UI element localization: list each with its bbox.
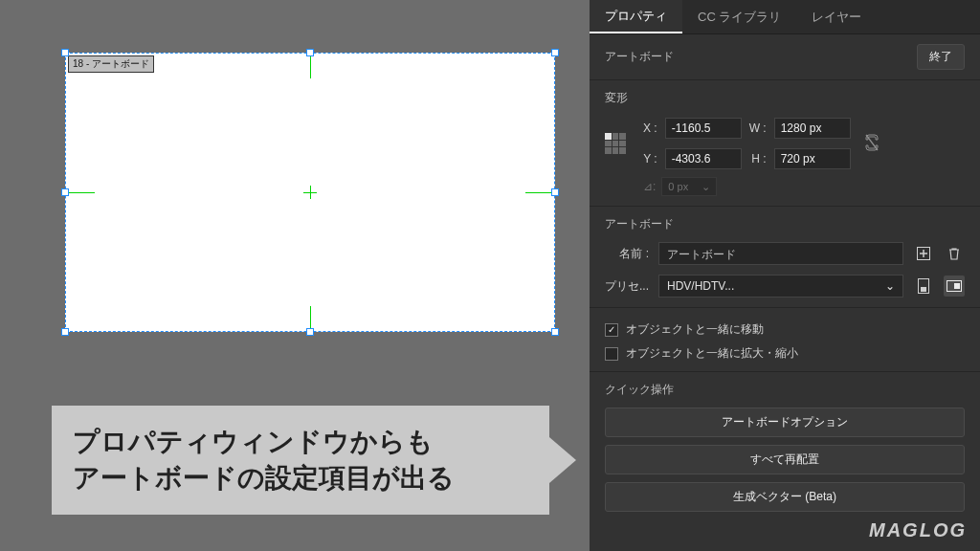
scale-with-objects-checkbox[interactable] (605, 347, 618, 361)
artboard-name-label: 名前 : (605, 246, 649, 262)
tab-cc-library[interactable]: CC ライブラリ (682, 0, 796, 33)
artboard-selection[interactable]: 18 - アートボード (65, 53, 555, 332)
w-input[interactable]: 1280 px (774, 118, 851, 139)
resize-handle-tc[interactable] (306, 49, 314, 56)
angle-label: ⊿: (643, 180, 656, 193)
annotation-text: プロパティウィンドウからも アートボードの設定項目が出る (73, 424, 455, 496)
annotation-callout: プロパティウィンドウからも アートボードの設定項目が出る (52, 406, 549, 515)
preset-select[interactable]: HDV/HDTV... ⌄ (658, 275, 903, 298)
annotation-line2: アートボードの設定項目が出る (73, 463, 455, 493)
move-with-objects-label: オブジェクトと一緒に移動 (626, 321, 764, 338)
orientation-landscape-icon[interactable] (944, 276, 965, 297)
artboard[interactable]: 18 - アートボード (65, 53, 555, 332)
transform-section: 変形 X : -1160.5 W : 1280 px Y : -4303.6 H… (590, 80, 980, 207)
watermark: MAGLOG (869, 519, 967, 541)
angle-input: 0 px⌄ (661, 177, 717, 196)
panel-tabs: プロパティ CC ライブラリ レイヤー (590, 0, 980, 34)
x-input[interactable]: -1160.5 (665, 118, 742, 139)
preset-value: HDV/HDTV... (667, 279, 734, 293)
resize-handle-bc[interactable] (306, 328, 314, 336)
resize-handle-tl[interactable] (61, 49, 69, 56)
artboard-label: 18 - アートボード (68, 55, 154, 73)
tab-layers[interactable]: レイヤー (796, 0, 877, 33)
canvas[interactable]: 18 - アートボード プロパティウィンドウからも アートボードの設定項目が出る (0, 0, 590, 551)
resize-handle-tr[interactable] (551, 49, 559, 56)
w-label: W : (749, 121, 767, 135)
artboard-section: アートボード 名前 : アートボード プリセ... HDV/HDTV... ⌄ (590, 207, 980, 308)
delete-artboard-icon[interactable] (944, 243, 965, 264)
link-wh-icon[interactable] (864, 133, 880, 155)
exit-button[interactable]: 終了 (917, 44, 965, 70)
orientation-portrait-icon[interactable] (913, 276, 934, 297)
svg-rect-5 (921, 287, 926, 292)
tab-properties[interactable]: プロパティ (590, 0, 682, 33)
artboard-name-input[interactable]: アートボード (658, 242, 903, 265)
reference-point-picker[interactable] (605, 133, 626, 154)
x-label: X : (643, 121, 657, 135)
artboard-options-button[interactable]: アートボードオプション (605, 408, 965, 437)
guide-right-center (525, 192, 554, 193)
resize-handle-lc[interactable] (61, 188, 69, 196)
annotation-line1: プロパティウィンドウからも (73, 427, 434, 456)
quick-actions-title: クイック操作 (605, 382, 965, 398)
h-label: H : (749, 152, 767, 165)
selection-type-label: アートボード (605, 49, 674, 65)
center-cross-icon (303, 186, 317, 199)
resize-handle-bl[interactable] (61, 328, 69, 336)
y-input[interactable]: -4303.6 (665, 148, 742, 169)
move-with-objects-checkbox[interactable] (605, 323, 618, 337)
artboard-options-section: オブジェクトと一緒に移動 オブジェクトと一緒に拡大・縮小 (590, 308, 980, 372)
preset-label: プリセ... (605, 278, 649, 295)
y-label: Y : (643, 152, 657, 165)
selection-header: アートボード 終了 (590, 34, 980, 80)
h-input[interactable]: 720 px (774, 148, 851, 169)
artboard-section-title: アートボード (605, 216, 965, 232)
resize-handle-br[interactable] (551, 328, 559, 336)
generate-vector-button[interactable]: 生成ベクター (Beta) (605, 482, 965, 512)
add-artboard-icon[interactable] (913, 243, 934, 264)
properties-panel: プロパティ CC ライブラリ レイヤー アートボード 終了 変形 X : -11… (590, 0, 980, 551)
chevron-down-icon: ⌄ (885, 279, 895, 293)
transform-title: 変形 (605, 90, 965, 106)
rearrange-all-button[interactable]: すべて再配置 (605, 445, 965, 474)
scale-with-objects-label: オブジェクトと一緒に拡大・縮小 (626, 345, 798, 362)
svg-rect-7 (954, 283, 960, 289)
guide-top-center (310, 54, 311, 78)
resize-handle-rc[interactable] (551, 188, 559, 196)
guide-left-center (66, 192, 95, 193)
quick-actions-section: クイック操作 アートボードオプション すべて再配置 生成ベクター (Beta) (590, 372, 980, 529)
